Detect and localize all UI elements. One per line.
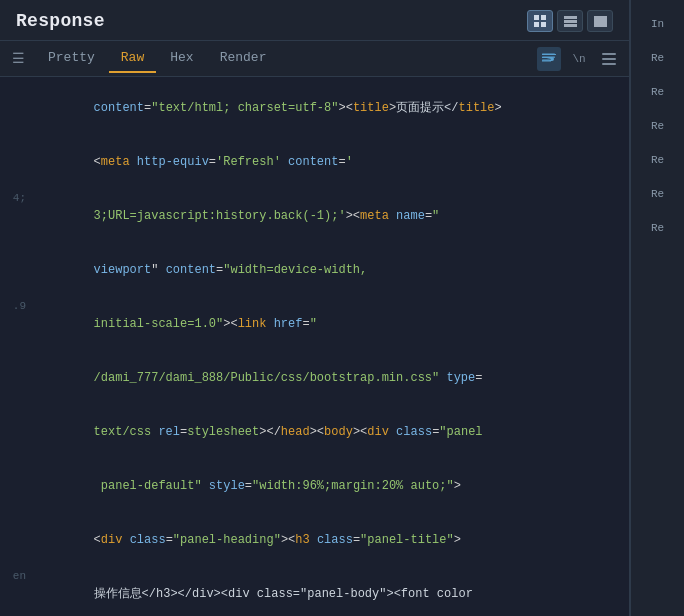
sidebar-item-re-5[interactable]: Re xyxy=(631,178,684,210)
svg-rect-2 xyxy=(534,22,539,27)
response-header: Response xyxy=(0,0,629,41)
code-line: <meta http-equiv='Refresh' content=' xyxy=(0,135,629,189)
svg-rect-9 xyxy=(542,56,555,57)
sidebar-label: Re xyxy=(651,52,664,64)
grid-view-button[interactable] xyxy=(527,10,553,32)
split-view-button[interactable] xyxy=(557,10,583,32)
sidebar-label: In xyxy=(651,18,664,30)
code-line: content="text/html; charset=utf-8"><titl… xyxy=(0,81,629,135)
code-area[interactable]: content="text/html; charset=utf-8"><titl… xyxy=(0,77,629,616)
line-content: content="text/html; charset=utf-8"><titl… xyxy=(36,81,629,135)
line-content: panel-default" style="width:96%;margin:2… xyxy=(36,459,629,513)
right-sidebar: In Re Re Re Re Re Re xyxy=(630,0,684,616)
tab-pretty[interactable]: Pretty xyxy=(36,44,107,73)
line-number: 4; xyxy=(0,189,36,243)
panel-title: Response xyxy=(16,11,105,31)
single-view-button[interactable] xyxy=(587,10,613,32)
line-content: 3;URL=javascript:history.back(-1);'><met… xyxy=(36,189,629,243)
line-content: viewport" content="width=device-width, xyxy=(36,243,629,297)
line-number xyxy=(0,405,36,459)
tab-bar: ☰ Pretty Raw Hex Render \n xyxy=(0,41,629,77)
svg-rect-6 xyxy=(564,24,577,27)
svg-rect-4 xyxy=(564,16,577,19)
svg-rect-3 xyxy=(541,22,546,27)
header-icon-group xyxy=(527,10,613,32)
sidebar-item-re-3[interactable]: Re xyxy=(631,110,684,142)
sidebar-label: Re xyxy=(651,154,664,166)
sidebar-label: Re xyxy=(651,120,664,132)
svg-rect-7 xyxy=(594,16,607,27)
more-options-icon[interactable] xyxy=(597,47,621,71)
line-number xyxy=(0,513,36,567)
ln-icon[interactable]: \n xyxy=(567,47,591,71)
svg-rect-5 xyxy=(564,20,577,23)
code-line: .9 initial-scale=1.0"><link href=" xyxy=(0,297,629,351)
tab-actions: \n xyxy=(537,47,625,71)
line-number xyxy=(0,243,36,297)
code-line: panel-default" style="width:96%;margin:2… xyxy=(0,459,629,513)
code-line: /dami_777/dami_888/Public/css/bootstrap.… xyxy=(0,351,629,405)
line-number: .9 xyxy=(0,297,36,351)
tab-raw[interactable]: Raw xyxy=(109,44,156,73)
line-content: <meta http-equiv='Refresh' content=' xyxy=(36,135,629,189)
line-content: text/css rel=stylesheet></head><body><di… xyxy=(36,405,629,459)
code-line: text/css rel=stylesheet></head><body><di… xyxy=(0,405,629,459)
line-content: <div class="panel-heading"><h3 class="pa… xyxy=(36,513,629,567)
svg-rect-8 xyxy=(542,53,555,54)
svg-rect-13 xyxy=(602,63,616,65)
sidebar-item-re-6[interactable]: Re xyxy=(631,212,684,244)
line-content: 操作信息</h3></div><div class="panel-body"><… xyxy=(36,567,629,616)
main-panel: Response xyxy=(0,0,630,616)
tab-hex[interactable]: Hex xyxy=(158,44,205,73)
menu-icon[interactable]: ☰ xyxy=(4,45,32,73)
code-line: viewport" content="width=device-width, xyxy=(0,243,629,297)
sidebar-label: Re xyxy=(651,188,664,200)
code-line: 4; 3;URL=javascript:history.back(-1);'><… xyxy=(0,189,629,243)
sidebar-label: Re xyxy=(651,86,664,98)
tab-render[interactable]: Render xyxy=(208,44,279,73)
line-number: en xyxy=(0,567,36,616)
line-content: initial-scale=1.0"><link href=" xyxy=(36,297,629,351)
svg-rect-0 xyxy=(534,15,539,20)
svg-rect-1 xyxy=(541,15,546,20)
sidebar-item-re-1[interactable]: Re xyxy=(631,42,684,74)
code-line: <div class="panel-heading"><h3 class="pa… xyxy=(0,513,629,567)
sidebar-label: Re xyxy=(651,222,664,234)
sidebar-item-in[interactable]: In xyxy=(631,8,684,40)
wrap-toggle-icon[interactable] xyxy=(537,47,561,71)
line-content: /dami_777/dami_888/Public/css/bootstrap.… xyxy=(36,351,629,405)
tabs: Pretty Raw Hex Render xyxy=(32,44,537,73)
svg-rect-10 xyxy=(542,59,550,60)
line-number xyxy=(0,351,36,405)
sidebar-item-re-4[interactable]: Re xyxy=(631,144,684,176)
line-number xyxy=(0,459,36,513)
line-number xyxy=(0,135,36,189)
svg-rect-11 xyxy=(602,53,616,55)
line-number xyxy=(0,81,36,135)
svg-rect-12 xyxy=(602,58,616,60)
code-line: en 操作信息</h3></div><div class="panel-body… xyxy=(0,567,629,616)
sidebar-item-re-2[interactable]: Re xyxy=(631,76,684,108)
